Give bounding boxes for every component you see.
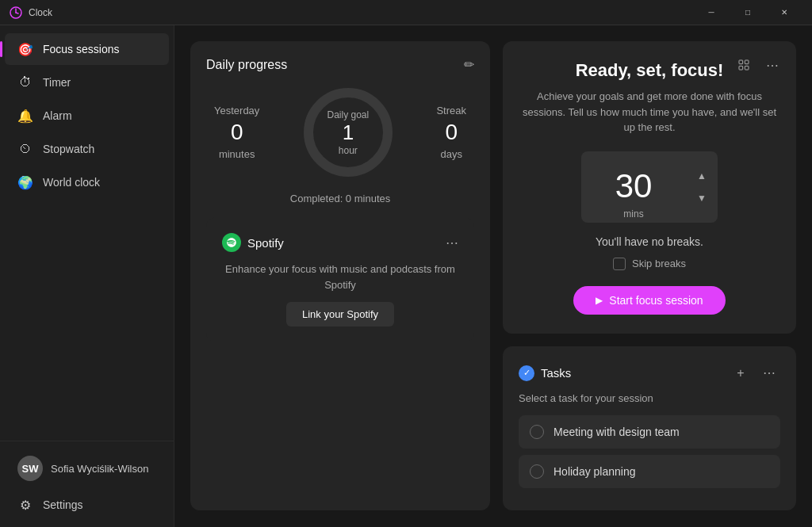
- progress-header: Daily progress ✏: [206, 57, 474, 72]
- focus-card: ⋯ Ready, set, focus! Achieve your goals …: [503, 41, 796, 334]
- time-row: 30 mins ▲ ▼: [581, 151, 718, 223]
- timer-icon: ⏱: [17, 74, 33, 90]
- sidebar-item-label: Focus sessions: [43, 43, 119, 55]
- card-header-icons: ⋯: [733, 54, 783, 76]
- svg-rect-3: [739, 60, 743, 64]
- svg-rect-6: [739, 66, 743, 70]
- time-decrement-button[interactable]: ▼: [689, 187, 714, 209]
- task-name: Meeting with design team: [553, 426, 680, 438]
- spotify-header: Spotify ⋯: [222, 233, 458, 252]
- spotify-description: Enhance your focus with music and podcas…: [222, 262, 458, 292]
- window-controls: ─ □ ✕: [693, 0, 802, 25]
- sidebar-item-label: Stopwatch: [43, 143, 94, 155]
- time-picker: 30 mins ▲ ▼: [581, 151, 718, 223]
- task-radio[interactable]: [530, 425, 544, 439]
- focus-share-icon[interactable]: [733, 54, 755, 76]
- play-icon: ▶: [596, 295, 603, 306]
- sidebar-item-settings[interactable]: ⚙ Settings: [5, 489, 169, 521]
- streak-unit: days: [440, 148, 462, 160]
- skip-checkbox[interactable]: [613, 258, 626, 270]
- sidebar-nav: 🎯 Focus sessions ⏱ Timer 🔔 Alarm ⏲ Stopw…: [0, 25, 174, 441]
- add-task-button[interactable]: +: [730, 362, 752, 384]
- task-item[interactable]: Meeting with design team: [519, 415, 780, 449]
- sidebar-item-alarm[interactable]: 🔔 Alarm: [5, 100, 169, 132]
- tasks-icon: ✓: [519, 365, 534, 381]
- sidebar-item-label: World clock: [43, 176, 100, 189]
- spotify-logo: [222, 233, 241, 252]
- link-spotify-button[interactable]: Link your Spotify: [286, 302, 394, 327]
- tasks-title: Tasks: [541, 366, 723, 380]
- tasks-subtitle: Select a task for your session: [519, 392, 780, 404]
- spotify-more-icon[interactable]: ⋯: [446, 235, 458, 250]
- focus-title: Ready, set, focus!: [576, 60, 724, 81]
- task-radio[interactable]: [530, 464, 544, 479]
- settings-label: Settings: [43, 498, 83, 511]
- avatar: SW: [17, 456, 43, 481]
- main-content: ⋯ Ready, set, focus! Achieve your goals …: [174, 25, 812, 527]
- focus-sessions-icon: 🎯: [17, 41, 33, 57]
- daily-progress-card: Daily progress ✏ Yesterday 0 minutes Dai…: [190, 41, 490, 510]
- goal-unit: hour: [339, 145, 358, 156]
- settings-icon: ⚙: [17, 497, 33, 513]
- tasks-more-icon[interactable]: ⋯: [758, 362, 780, 384]
- alarm-icon: 🔔: [17, 108, 33, 124]
- spotify-card: Spotify ⋯ Enhance your focus with music …: [206, 217, 474, 342]
- sidebar-item-label: Timer: [43, 76, 71, 89]
- time-unit: mins: [623, 208, 643, 220]
- time-arrows: ▲ ▼: [686, 162, 718, 212]
- svg-rect-5: [745, 66, 749, 70]
- skip-breaks-checkbox[interactable]: Skip breaks: [613, 258, 686, 270]
- task-name: Holiday planning: [553, 465, 636, 478]
- app-title: Clock: [29, 7, 693, 18]
- focus-more-icon[interactable]: ⋯: [761, 54, 783, 76]
- progress-stats: Yesterday 0 minutes Daily goal 1 hour: [206, 85, 474, 180]
- breaks-text: You'll have no breaks.: [596, 235, 703, 248]
- skip-label: Skip breaks: [632, 258, 686, 269]
- focus-subtitle: Achieve your goals and get more done wit…: [522, 89, 777, 136]
- close-button[interactable]: ✕: [766, 0, 802, 25]
- start-label: Start focus session: [609, 294, 703, 307]
- sidebar: 🎯 Focus sessions ⏱ Timer 🔔 Alarm ⏲ Stopw…: [0, 25, 174, 527]
- sidebar-item-timer[interactable]: ⏱ Timer: [5, 67, 169, 98]
- yesterday-label: Yesterday: [214, 105, 259, 116]
- sidebar-bottom: SW Sofia Wyciślik-Wilson ⚙ Settings: [0, 441, 174, 527]
- yesterday-stat: Yesterday 0 minutes: [214, 105, 259, 160]
- svg-rect-4: [745, 60, 749, 64]
- app-icon: [10, 6, 22, 19]
- stopwatch-icon: ⏲: [17, 141, 33, 157]
- yesterday-unit: minutes: [219, 148, 255, 160]
- goal-label: Daily goal: [327, 109, 370, 120]
- task-item[interactable]: Holiday planning: [519, 455, 780, 488]
- user-name: Sofia Wyciślik-Wilson: [51, 463, 148, 475]
- goal-value: 1: [343, 120, 354, 145]
- streak-value: 0: [445, 120, 458, 145]
- maximize-button[interactable]: □: [730, 0, 766, 25]
- donut-chart: Daily goal 1 hour: [301, 85, 396, 180]
- minimize-button[interactable]: ─: [693, 0, 730, 25]
- sidebar-item-stopwatch[interactable]: ⏲ Stopwatch: [5, 133, 169, 165]
- start-focus-button[interactable]: ▶ Start focus session: [573, 286, 725, 315]
- streak-label: Streak: [436, 105, 466, 116]
- sidebar-item-world-clock[interactable]: 🌍 World clock: [5, 166, 169, 198]
- tasks-header: ✓ Tasks + ⋯: [519, 362, 780, 384]
- app-body: 🎯 Focus sessions ⏱ Timer 🔔 Alarm ⏲ Stopw…: [0, 25, 812, 527]
- tasks-card: ✓ Tasks + ⋯ Select a task for your sessi…: [503, 346, 796, 510]
- tasks-actions: + ⋯: [730, 362, 780, 384]
- user-profile[interactable]: SW Sofia Wyciślik-Wilson: [5, 448, 169, 489]
- edit-icon[interactable]: ✏: [464, 57, 474, 72]
- completed-text: Completed: 0 minutes: [206, 193, 474, 204]
- spotify-name: Spotify: [247, 236, 439, 250]
- time-value: 30: [594, 158, 673, 215]
- world-clock-icon: 🌍: [17, 174, 33, 190]
- time-increment-button[interactable]: ▲: [689, 165, 714, 187]
- titlebar: Clock ─ □ ✕: [0, 0, 812, 25]
- donut-inner: Daily goal 1 hour: [327, 109, 370, 156]
- svg-line-2: [16, 13, 18, 13]
- sidebar-item-focus-sessions[interactable]: 🎯 Focus sessions: [5, 33, 169, 65]
- streak-stat: Streak 0 days: [436, 105, 466, 160]
- sidebar-item-label: Alarm: [43, 109, 72, 122]
- yesterday-value: 0: [231, 120, 243, 145]
- progress-title: Daily progress: [206, 58, 287, 72]
